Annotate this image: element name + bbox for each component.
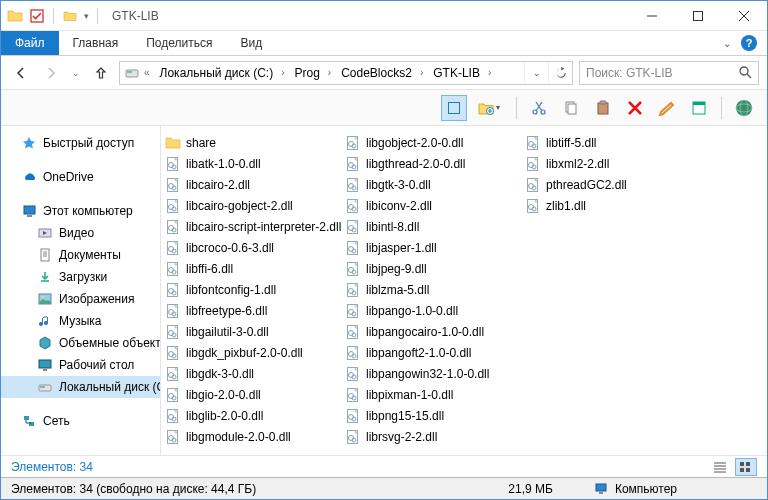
file-item[interactable]: libtiff-5.dll [521,132,701,153]
file-item[interactable]: libgio-2.0-0.dll [161,384,341,405]
file-item[interactable]: libpangocairo-1.0-0.dll [341,321,521,342]
chevron-icon[interactable]: « [140,67,154,78]
file-item[interactable]: libgdk_pixbuf-2.0-0.dll [161,342,341,363]
file-item[interactable]: libgailutil-3-0.dll [161,321,341,342]
file-item[interactable]: libpixman-1-0.dll [341,384,521,405]
extra-tool-button[interactable] [731,95,757,121]
svg-rect-6 [449,103,459,113]
file-name: libgmodule-2.0-0.dll [186,430,291,444]
file-item[interactable]: libpango-1.0-0.dll [341,300,521,321]
tab-file[interactable]: Файл [1,31,59,55]
file-item[interactable]: libfontconfig-1.dll [161,279,341,300]
sidebar-music[interactable]: Музыка [1,310,160,332]
crumb-codeblocks[interactable]: CodeBlocks2 [335,62,416,84]
sidebar-quick-access[interactable]: Быстрый доступ [1,132,160,154]
file-item[interactable]: libpng15-15.dll [341,405,521,426]
file-item[interactable]: libiconv-2.dll [341,195,521,216]
file-item[interactable]: libintl-8.dll [341,216,521,237]
file-item[interactable]: libgmodule-2.0-0.dll [161,426,341,447]
window-title: GTK-LIB [106,9,159,23]
cut-button[interactable] [526,95,552,121]
properties-icon[interactable] [29,8,45,24]
chevron-icon[interactable]: › [484,67,495,78]
file-item[interactable]: libcairo-gobject-2.dll [161,195,341,216]
maximize-button[interactable] [675,1,721,31]
view-icons-button[interactable] [735,458,757,476]
crumb-prog[interactable]: Prog [288,62,323,84]
qat-dropdown-icon[interactable]: ▾ [84,11,89,21]
search-input[interactable]: Поиск: GTK-LIB [579,61,759,85]
close-button[interactable] [721,1,767,31]
ribbon-right: ⌄ ? [723,31,767,55]
file-item[interactable]: libjasper-1.dll [341,237,521,258]
new-folder-dropdown[interactable]: ▾ [473,95,507,121]
sidebar-videos[interactable]: Видео [1,222,160,244]
paste-button[interactable] [590,95,616,121]
file-list[interactable]: sharelibatk-1.0-0.dlllibcairo-2.dlllibca… [161,126,767,455]
dll-icon [165,387,181,403]
sidebar-documents[interactable]: Документы [1,244,160,266]
dll-icon [525,156,541,172]
file-item[interactable]: liblzma-5.dll [341,279,521,300]
refresh-button[interactable] [548,62,572,84]
recent-dropdown[interactable]: ⌄ [69,61,83,85]
dll-icon [525,198,541,214]
view-details-button[interactable] [709,458,731,476]
crumb-disk[interactable]: Локальный диск (C:) [154,62,278,84]
chevron-icon[interactable]: › [416,67,427,78]
folder-icon [165,135,181,151]
history-dropdown[interactable]: ⌄ [524,62,548,84]
up-button[interactable] [89,61,113,85]
folder-small-icon[interactable] [62,8,78,24]
file-item[interactable]: libcairo-script-interpreter-2.dll [161,216,341,237]
sidebar-pictures[interactable]: Изображения [1,288,160,310]
file-item[interactable]: libpangowin32-1.0-0.dll [341,363,521,384]
minimize-button[interactable] [629,1,675,31]
dll-icon [345,177,361,193]
file-item[interactable]: libcairo-2.dll [161,174,341,195]
file-name: libcairo-script-interpreter-2.dll [186,220,341,234]
file-item[interactable]: libffi-6.dll [161,258,341,279]
tab-home[interactable]: Главная [59,31,133,55]
file-item[interactable]: libatk-1.0-0.dll [161,153,341,174]
view-list-button[interactable] [441,95,467,121]
file-item[interactable]: libxml2-2.dll [521,153,701,174]
back-button[interactable] [9,61,33,85]
search-icon[interactable] [739,66,752,79]
chevron-icon[interactable]: › [277,67,288,78]
file-item[interactable]: libpangoft2-1.0-0.dll [341,342,521,363]
sidebar-network[interactable]: Сеть [1,410,160,432]
copy-button[interactable] [558,95,584,121]
sidebar-3d[interactable]: Объемные объекты [1,332,160,354]
file-item[interactable]: libfreetype-6.dll [161,300,341,321]
sidebar-onedrive[interactable]: OneDrive [1,166,160,188]
file-item[interactable]: libgdk-3-0.dll [161,363,341,384]
delete-button[interactable] [622,95,648,121]
help-icon[interactable]: ? [741,35,757,51]
file-item[interactable]: librsvg-2-2.dll [341,426,521,447]
crumb-gtklib[interactable]: GTK-LIB [427,62,484,84]
tab-view[interactable]: Вид [226,31,276,55]
file-item[interactable]: pthreadGC2.dll [521,174,701,195]
rename-button[interactable] [654,95,680,121]
svg-rect-11 [568,104,576,114]
file-item[interactable]: libglib-2.0-0.dll [161,405,341,426]
properties-button[interactable] [686,95,712,121]
sidebar-this-pc[interactable]: Этот компьютер [1,200,160,222]
breadcrumb-bar[interactable]: « Локальный диск (C:)› Prog› CodeBlocks2… [119,61,573,85]
file-item[interactable]: libgthread-2.0-0.dll [341,153,521,174]
tab-share[interactable]: Поделиться [132,31,226,55]
file-item[interactable]: libjpeg-9.dll [341,258,521,279]
sidebar-disk-c[interactable]: Локальный диск (C:) [1,376,160,398]
file-item[interactable]: share [161,132,341,153]
sidebar-downloads[interactable]: Загрузки [1,266,160,288]
sidebar-desktop[interactable]: Рабочий стол [1,354,160,376]
forward-button[interactable] [39,61,63,85]
file-item[interactable]: zlib1.dll [521,195,701,216]
ribbon-expand-icon[interactable]: ⌄ [723,38,731,49]
file-item[interactable]: libcroco-0.6-3.dll [161,237,341,258]
file-name: libgailutil-3-0.dll [186,325,269,339]
chevron-icon[interactable]: › [324,67,335,78]
file-item[interactable]: libgtk-3-0.dll [341,174,521,195]
file-item[interactable]: libgobject-2.0-0.dll [341,132,521,153]
